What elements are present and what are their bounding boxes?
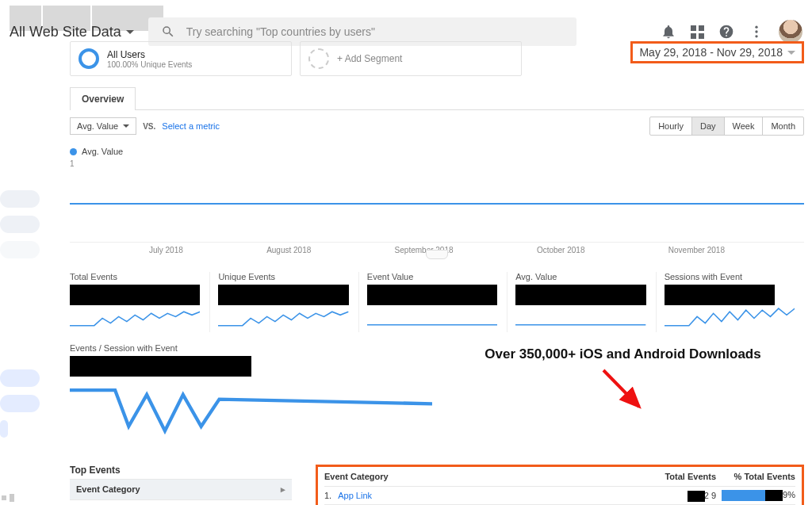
redacted-value [367,285,497,305]
help-icon[interactable] [718,24,734,40]
add-segment-icon [308,48,329,69]
more-vert-icon[interactable] [749,24,764,40]
svg-point-0 [755,26,757,29]
legend-label: Avg. Value [82,147,123,156]
sparkline [515,305,645,330]
search-icon [161,25,175,39]
dimension-event-action[interactable]: Event Action [70,499,292,506]
metric-card-total-events[interactable]: Total Events [70,272,209,332]
events-table: Event Category Total Events % Total Even… [316,465,804,506]
granularity-week[interactable]: Week [724,117,763,135]
date-range-selector[interactable]: May 29, 2018 - Nov 29, 2018 [630,41,804,63]
chart-legend: Avg. Value [70,147,804,156]
granularity-hourly[interactable]: Hourly [650,117,691,135]
metric-card-events-per-session[interactable]: Events / Session with Event [70,343,442,447]
sparkline [218,305,348,330]
vs-label: VS. [143,122,155,131]
topbar-actions [661,20,802,44]
chart-line [70,203,804,205]
redacted-value [515,285,645,305]
top-events-heading: Top Events [70,465,292,479]
arrow-icon [596,367,651,415]
sparkline [367,305,497,330]
redacted-value [665,285,776,305]
table-row[interactable]: 1.App Link 2 9 9% [324,486,795,504]
sparkline [70,377,432,445]
redacted-value [70,285,200,305]
col-event-category: Event Category [324,472,637,481]
metric-card-avg-value[interactable]: Avg. Value [507,272,655,332]
search-placeholder: Try searching "Top countries by users" [186,25,375,38]
granularity-day[interactable]: Day [691,117,724,135]
view-name: All Web Site Data [10,24,121,40]
view-selector[interactable]: All Web Site Data [3,21,140,44]
line-chart: 1 July 2018 August 2018 September 2018 O… [70,159,804,254]
granularity-switch: Hourly Day Week Month [649,117,804,136]
svg-point-1 [755,30,757,33]
sidebar-footer-icon [2,494,14,502]
caret-down-icon [123,124,129,128]
select-secondary-metric[interactable]: Select a metric [162,121,220,131]
chevron-right-icon: ▸ [281,484,285,495]
caret-down-icon [787,51,795,55]
avatar[interactable] [779,20,802,44]
caret-down-icon [126,30,134,34]
y-tick: 1 [70,159,75,168]
metric-card-unique-events[interactable]: Unique Events [209,272,358,332]
segment-title: All Users [107,49,192,60]
add-segment-button[interactable]: + Add Segment [300,41,522,76]
col-total-events: Total Events [637,472,716,481]
dimension-event-category[interactable]: Event Category ▸ [70,479,292,499]
add-segment-label: + Add Segment [337,53,402,64]
sparkline [70,305,200,330]
apps-grid-icon[interactable] [691,25,704,39]
sparkline [665,305,795,330]
redacted-value [70,356,251,377]
segment-circle-icon [79,48,99,69]
bell-icon[interactable] [661,24,676,40]
svg-point-2 [755,35,757,37]
top-events-panel: Top Events Event Category ▸ Event Action [70,465,292,506]
date-range-value: May 29, 2018 - Nov 29, 2018 [639,46,783,59]
chart-expand-button[interactable] [426,250,448,259]
tab-overview[interactable]: Overview [70,87,136,110]
metric-card-event-value[interactable]: Event Value [358,272,507,332]
granularity-month[interactable]: Month [762,117,803,135]
segment-all-users[interactable]: All Users 100.00% Unique Events [70,41,292,76]
col-pct-total-events: % Total Events [716,472,795,481]
link-app-link[interactable]: App Link [338,491,372,500]
sidebar-collapsed [0,190,48,446]
redacted-value [218,285,348,305]
pct-bar [722,490,765,501]
metric-cards: Total Events Unique Events Event Value A… [70,272,804,332]
metric-card-sessions-with-event[interactable]: Sessions with Event [656,272,804,332]
primary-metric-selector[interactable]: Avg. Value [70,117,136,135]
legend-dot-icon [70,148,77,155]
segment-subtitle: 100.00% Unique Events [107,60,192,69]
annotation-callout: Over 350,000+ iOS and Android Downloads [442,346,804,362]
